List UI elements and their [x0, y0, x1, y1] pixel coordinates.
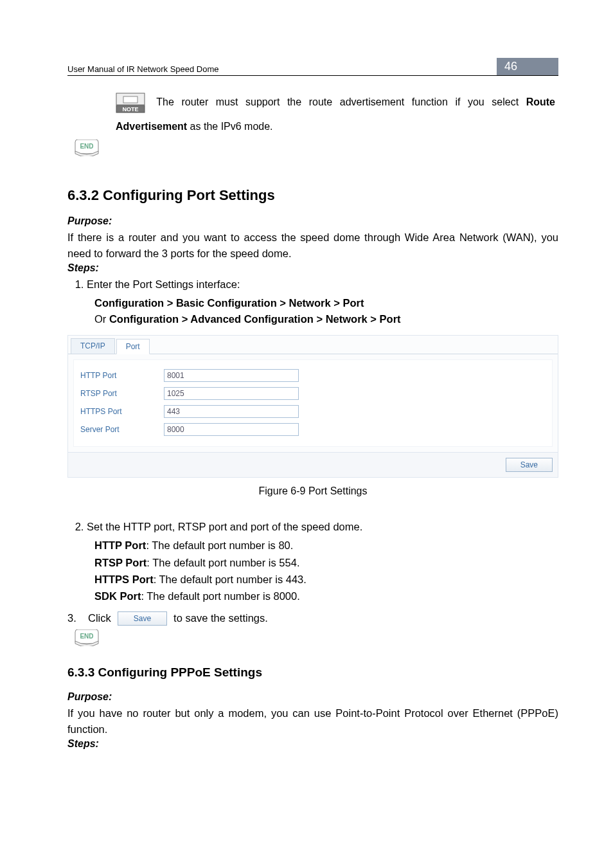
tab-port[interactable]: Port	[116, 339, 150, 354]
label-rtsp-port: RTSP Port	[80, 389, 164, 398]
header-title: User Manual of IR Network Speed Dome	[67, 64, 219, 75]
step-1-or: Or	[94, 313, 109, 325]
step-2-lead: Set the HTTP port, RTSP port and port of…	[87, 521, 362, 532]
end-icon: END	[74, 140, 558, 159]
svg-text:NOTE: NOTE	[122, 106, 138, 113]
sdk-port-bold: SDK Port	[94, 590, 141, 602]
figure-caption-1: Figure 6-9 Port Settings	[67, 485, 558, 497]
step-1: Enter the Port Settings interface:	[87, 276, 558, 293]
https-port-bold: HTTPS Port	[94, 574, 154, 585]
svg-rect-1	[123, 96, 138, 103]
row-http: HTTP Port	[80, 369, 546, 382]
http-port-bold: HTTP Port	[94, 539, 146, 551]
step-1-path-1: Configuration > Basic Configuration > Ne…	[94, 295, 558, 311]
https-port-text: : The default port number is 443.	[154, 574, 306, 585]
svg-text:END: END	[80, 143, 93, 150]
step-3-num: 3.	[67, 612, 82, 624]
http-port-text: : The default port number is 80.	[146, 539, 293, 551]
purpose-text-1: If there is a router and you want to acc…	[67, 230, 558, 262]
step-1-path-2: Configuration > Advanced Configuration >…	[109, 313, 401, 325]
step-1-path-2-row: Or Configuration > Advanced Configuratio…	[94, 311, 558, 327]
step-1-text: Enter the Port Settings interface:	[87, 278, 240, 290]
tabs-row: TCP/IP Port	[68, 336, 558, 354]
note-text: The router must support the route advert…	[156, 96, 526, 107]
port-form: HTTP Port RTSP Port HTTPS Port Server Po…	[73, 359, 553, 447]
rtsp-port-text: : The default port number is 554.	[147, 557, 299, 568]
page-header: User Manual of IR Network Speed Dome 46	[67, 58, 558, 76]
row-https: HTTPS Port	[80, 405, 546, 418]
inline-save-button[interactable]: Save	[118, 611, 167, 626]
step-2: Set the HTTP port, RTSP port and port of…	[87, 519, 558, 535]
input-rtsp-port[interactable]	[164, 387, 299, 400]
save-row: Save	[68, 452, 558, 477]
section-heading-port: 6.3.2 Configuring Port Settings	[67, 187, 558, 204]
tab-tcpip[interactable]: TCP/IP	[71, 338, 115, 354]
label-https-port: HTTPS Port	[80, 407, 164, 416]
label-http-port: HTTP Port	[80, 371, 164, 380]
page-number-badge: 46	[497, 58, 558, 75]
port-panel: TCP/IP Port HTTP Port RTSP Port HTTPS Po…	[67, 335, 558, 478]
row-server: Server Port	[80, 423, 546, 436]
purpose-label-1: Purpose:	[67, 215, 558, 227]
rtsp-port-bold: RTSP Port	[94, 557, 147, 568]
sdk-port-text: : The default port number is 8000.	[141, 590, 299, 602]
note-icon: NOTE	[116, 93, 145, 118]
note-block: NOTE The router must support the route a…	[116, 93, 555, 136]
step-2-details: HTTP Port: The default port number is 80…	[94, 537, 558, 605]
label-server-port: Server Port	[80, 425, 164, 434]
steps-label-2: Steps:	[67, 738, 558, 750]
end-icon-2: END	[74, 629, 558, 649]
pppoe-purpose-text: If you have no router but only a modem, …	[67, 705, 558, 737]
row-rtsp: RTSP Port	[80, 387, 546, 400]
purpose-label-2: Purpose:	[67, 691, 558, 703]
steps-label-1: Steps:	[67, 262, 558, 274]
input-server-port[interactable]	[164, 423, 299, 436]
step-3-row: 3. Click Save to save the settings.	[67, 611, 558, 626]
note-tail: as the IPv6 mode.	[187, 121, 272, 132]
save-button[interactable]: Save	[506, 458, 553, 472]
input-https-port[interactable]	[164, 405, 299, 418]
section-heading-pppoe: 6.3.3 Configuring PPPoE Settings	[67, 665, 558, 680]
step-3-suffix: to save the settings.	[173, 612, 268, 624]
step-3-click: Click	[88, 612, 111, 624]
svg-text:END: END	[80, 633, 93, 640]
input-http-port[interactable]	[164, 369, 299, 382]
